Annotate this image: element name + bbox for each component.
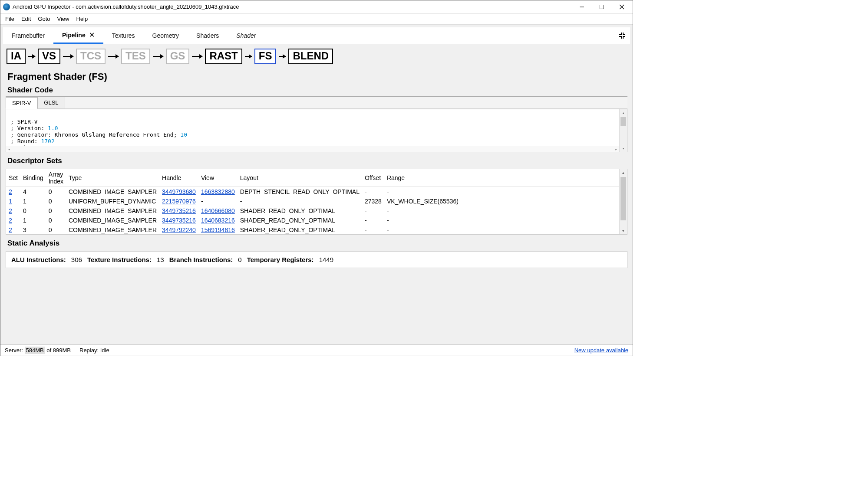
col-layout[interactable]: Layout bbox=[238, 169, 362, 187]
arrow-icon bbox=[28, 56, 35, 57]
stage-ia[interactable]: IA bbox=[7, 49, 26, 64]
arrow-icon bbox=[108, 56, 119, 57]
col-array-index[interactable]: Array Index bbox=[46, 169, 66, 187]
scroll-down-icon[interactable]: ▾ bbox=[620, 227, 627, 234]
link[interactable]: 1 bbox=[9, 198, 12, 205]
app-icon bbox=[3, 3, 10, 10]
link[interactable]: 3449792240 bbox=[162, 226, 196, 233]
table-row[interactable]: 240COMBINED_IMAGE_SAMPLER344979368016638… bbox=[6, 187, 627, 197]
table-row[interactable]: 200COMBINED_IMAGE_SAMPLER344973521616406… bbox=[6, 206, 627, 216]
tab-shader[interactable]: Shader bbox=[228, 29, 264, 43]
temp-label: Temporary Registers: bbox=[247, 256, 314, 263]
server-status: Server: 584MB of 899MB bbox=[5, 347, 71, 354]
texture-value: 13 bbox=[157, 256, 164, 263]
shader-code-heading: Shader Code bbox=[3, 86, 630, 96]
branch-value: 0 bbox=[238, 256, 241, 263]
app-name: Android GPU Inspector bbox=[13, 3, 71, 10]
link[interactable]: 3449735216 bbox=[162, 217, 196, 224]
texture-label: Texture Instructions: bbox=[87, 256, 152, 263]
close-icon[interactable]: ✕ bbox=[89, 31, 95, 39]
tab-textures[interactable]: Textures bbox=[103, 29, 144, 43]
stage-rast[interactable]: RAST bbox=[205, 49, 242, 64]
stage-blend[interactable]: BLEND bbox=[288, 49, 333, 64]
code-vertical-scrollbar[interactable]: ▴ ▾ bbox=[619, 109, 627, 152]
alu-value: 306 bbox=[71, 256, 82, 263]
window-controls bbox=[572, 0, 632, 13]
table-row[interactable]: 230COMBINED_IMAGE_SAMPLER344979224015691… bbox=[6, 225, 627, 235]
scroll-down-icon[interactable]: ▾ bbox=[620, 145, 627, 152]
table-row[interactable]: 210COMBINED_IMAGE_SAMPLER344973521616406… bbox=[6, 216, 627, 225]
col-offset[interactable]: Offset bbox=[362, 169, 384, 187]
link[interactable]: 1569194816 bbox=[201, 226, 235, 233]
temp-value: 1449 bbox=[319, 256, 333, 263]
stage-tcs[interactable]: TCS bbox=[76, 49, 106, 64]
content-area: Framebuffer Pipeline✕ Textures Geometry … bbox=[0, 25, 633, 344]
link[interactable]: 2 bbox=[9, 207, 12, 214]
col-set[interactable]: Set bbox=[6, 169, 20, 187]
col-handle[interactable]: Handle bbox=[159, 169, 198, 187]
code-horizontal-scrollbar[interactable]: ◂ ▸ bbox=[6, 146, 619, 152]
branch-label: Branch Instructions: bbox=[169, 256, 233, 263]
menubar: File Edit Goto View Help bbox=[0, 13, 633, 25]
link[interactable]: 2 bbox=[9, 226, 12, 233]
shader-tab-glsl[interactable]: GLSL bbox=[37, 97, 65, 108]
static-analysis-heading: Static Analysis bbox=[3, 235, 630, 249]
minimize-button[interactable] bbox=[572, 0, 592, 13]
col-range[interactable]: Range bbox=[384, 169, 461, 187]
descriptor-table: Set Binding Array Index Type Handle View… bbox=[6, 169, 627, 235]
menu-goto[interactable]: Goto bbox=[35, 14, 53, 23]
tab-geometry[interactable]: Geometry bbox=[144, 29, 188, 43]
link[interactable]: 2 bbox=[9, 217, 12, 224]
scroll-right-icon[interactable]: ▸ bbox=[613, 146, 619, 152]
arrow-icon bbox=[192, 56, 202, 57]
scroll-thumb[interactable] bbox=[620, 117, 626, 126]
link[interactable]: 1640666080 bbox=[201, 207, 235, 214]
arrow-icon bbox=[245, 56, 252, 57]
descriptor-sets-table: Set Binding Array Index Type Handle View… bbox=[6, 169, 627, 235]
arrow-icon bbox=[279, 56, 286, 57]
stage-gs[interactable]: GS bbox=[166, 49, 190, 64]
tab-shaders[interactable]: Shaders bbox=[188, 29, 228, 43]
col-view[interactable]: View bbox=[198, 169, 238, 187]
close-button[interactable] bbox=[612, 0, 632, 13]
menu-file[interactable]: File bbox=[2, 14, 17, 23]
stage-vs[interactable]: VS bbox=[38, 49, 60, 64]
titlebar: Android GPU Inspector - com.activision.c… bbox=[0, 0, 633, 13]
svg-rect-1 bbox=[600, 5, 604, 9]
stage-fs[interactable]: FS bbox=[254, 49, 277, 64]
static-analysis-panel: ALU Instructions: 306 Texture Instructio… bbox=[6, 251, 627, 268]
tab-pipeline[interactable]: Pipeline✕ bbox=[53, 27, 103, 44]
link[interactable]: 1640683216 bbox=[201, 217, 235, 224]
stage-tes[interactable]: TES bbox=[121, 49, 150, 64]
link[interactable]: 1663832880 bbox=[201, 188, 235, 195]
exit-fullscreen-icon[interactable] bbox=[616, 29, 628, 42]
table-row[interactable]: 110UNIFORM_BUFFER_DYNAMIC2215970976--273… bbox=[6, 197, 627, 206]
col-binding[interactable]: Binding bbox=[20, 169, 46, 187]
menu-view[interactable]: View bbox=[54, 14, 73, 23]
menu-help[interactable]: Help bbox=[73, 14, 91, 23]
link[interactable]: 3449735216 bbox=[162, 207, 196, 214]
update-available-link[interactable]: New update available bbox=[574, 347, 628, 354]
menu-edit[interactable]: Edit bbox=[18, 14, 34, 23]
descriptor-sets-heading: Descriptor Sets bbox=[3, 152, 630, 167]
link[interactable]: 2 bbox=[9, 188, 12, 195]
alu-label: ALU Instructions: bbox=[11, 256, 66, 263]
scroll-up-icon[interactable]: ▴ bbox=[620, 169, 627, 176]
arrow-icon bbox=[153, 56, 163, 57]
maximize-button[interactable] bbox=[592, 0, 612, 13]
shader-tab-spirv[interactable]: SPIR-V bbox=[6, 97, 37, 109]
shader-code-viewer[interactable]: ; SPIR-V ; Version: 1.0 ; Generator: Khr… bbox=[6, 109, 627, 152]
window-title: Android GPU Inspector - com.activision.c… bbox=[13, 3, 572, 10]
tab-framebuffer[interactable]: Framebuffer bbox=[3, 29, 53, 43]
app-window: Android GPU Inspector - com.activision.c… bbox=[0, 0, 633, 356]
col-type[interactable]: Type bbox=[66, 169, 159, 187]
arrow-icon bbox=[63, 56, 73, 57]
link[interactable]: 3449793680 bbox=[162, 188, 196, 195]
replay-status: Replay: Idle bbox=[79, 347, 109, 354]
table-vertical-scrollbar[interactable]: ▴ ▾ bbox=[619, 169, 627, 234]
scroll-up-icon[interactable]: ▴ bbox=[620, 109, 627, 116]
link[interactable]: 2215970976 bbox=[162, 198, 196, 205]
scroll-thumb[interactable] bbox=[620, 177, 626, 220]
scroll-left-icon[interactable]: ◂ bbox=[6, 146, 12, 152]
trace-file-name: com.activision.callofduty.shooter_angle_… bbox=[76, 3, 239, 10]
